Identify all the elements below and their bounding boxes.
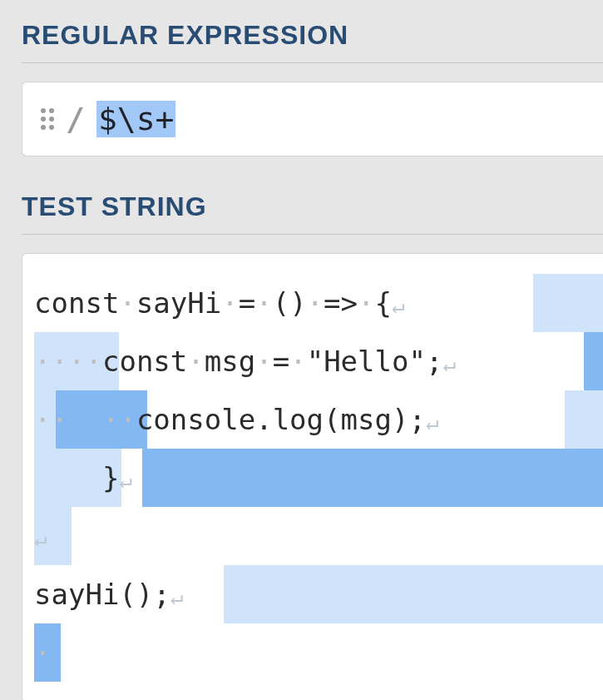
regex-section-header: REGULAR EXPRESSION <box>22 0 603 63</box>
line-text: ·· ··console.log(msg);↵ <box>34 405 439 434</box>
test-string-input[interactable]: const·sayHi·=·()·=>·{↵····const·msg·=·"H… <box>22 253 603 700</box>
test-line[interactable]: sayHi();↵ <box>34 565 603 623</box>
line-text: · <box>34 638 51 667</box>
test-line[interactable]: · <box>34 623 603 682</box>
test-line[interactable]: ·· ··console.log(msg);↵ <box>34 390 603 449</box>
match-highlight <box>224 565 603 623</box>
drag-handle-icon[interactable] <box>41 108 54 130</box>
test-line[interactable]: ↵ <box>34 507 603 565</box>
match-highlight <box>565 390 603 449</box>
line-text: ↵ <box>34 522 47 550</box>
line-text: sayHi();↵ <box>34 580 183 608</box>
test-line[interactable]: }↵ <box>34 449 603 507</box>
line-text: ····const·msg·=·"Hello";↵ <box>34 347 456 375</box>
line-text: }↵ <box>34 464 132 492</box>
test-string-section-header: TEST STRING <box>22 171 603 235</box>
test-line[interactable]: ····const·msg·=·"Hello";↵ <box>34 332 603 390</box>
match-highlight <box>533 274 603 332</box>
test-line[interactable]: const·sayHi·=·()·=>·{↵ <box>34 274 603 332</box>
regex-input-box[interactable]: / $\s+ <box>22 82 603 156</box>
match-highlight <box>584 332 603 390</box>
match-highlight <box>142 449 603 507</box>
regex-delimiter: / <box>66 101 85 137</box>
regex-pattern[interactable]: $\s+ <box>96 101 176 137</box>
line-text: const·sayHi·=·()·=>·{↵ <box>34 289 405 317</box>
